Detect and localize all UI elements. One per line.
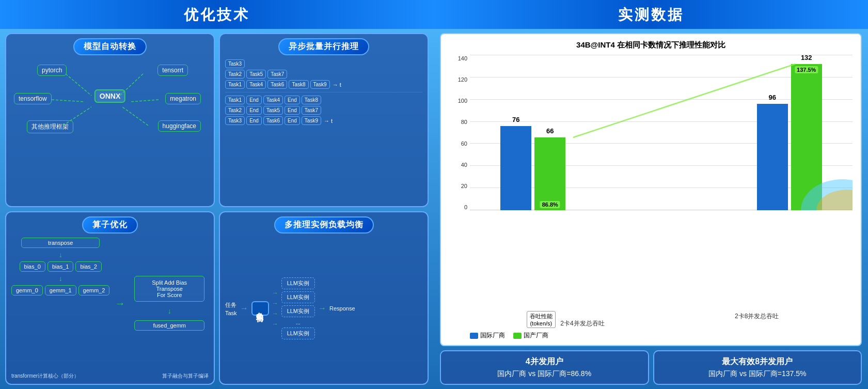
op-node-gemm1: gemm_1 [45, 285, 76, 295]
bar-green-1: 66 86.8% [534, 137, 565, 210]
task-box: Task1 [225, 80, 245, 89]
info-card-1-title: 4并发用户 [449, 356, 640, 367]
x-labels: 吞吐性能(token/s) 2卡4并发总吞吐 2卡8并发总吞吐 [449, 311, 853, 328]
lb-inner: 任务 Task → 负 载 均 衡 → → [225, 238, 422, 380]
node-huggingface: huggingface [158, 120, 201, 132]
bar-blue-2: 96 [757, 104, 788, 210]
lb-arrow4: → [272, 310, 278, 317]
left-panel: 优化技术 模型自动转换 pytorch tensorrt tensorflow … [0, 0, 434, 389]
task-box: Task9 [310, 80, 330, 89]
task-box: Task8 [289, 80, 308, 89]
lb-center-box: 负 载 均 衡 [251, 301, 269, 316]
pct-label-1375: 137.5% [795, 66, 818, 73]
async-inner: Task3 Task2 Task5 Task7 Task1 Task4 Task… [225, 59, 422, 125]
task-box: Task2 [225, 106, 245, 115]
bar-green-2: 132 137.5% [791, 64, 822, 210]
llm-box-3: LLM实例 [281, 305, 315, 317]
t-arrow: → t [324, 118, 333, 124]
task-row-2: Task2 Task5 Task7 [225, 70, 422, 79]
svg-line-2 [52, 100, 85, 102]
y-label-20: 20 [449, 183, 467, 189]
card-model-convert: 模型自动转换 pytorch tensorrt tensorflow ONNX … [5, 33, 215, 207]
bar-val-76: 76 [500, 116, 531, 123]
left-content: 模型自动转换 pytorch tensorrt tensorflow ONNX … [0, 29, 434, 389]
op-node-bias0: bias_0 [20, 261, 45, 272]
bar-val-96: 96 [757, 94, 788, 101]
x-group-2: 2卡8并发总吞吐 [661, 311, 853, 328]
chart-title: 34B@INT4 在相同卡数情况下推理性能对比 [449, 40, 853, 50]
task-box: Task1 [225, 96, 245, 104]
chart-legend: 国际厂商 国产厂商 [449, 331, 853, 340]
bars-group-1: 76 66 86.8% [500, 126, 565, 210]
bar-val-66: 66 [534, 127, 565, 135]
bar-val-132: 132 [791, 54, 822, 61]
svg-line-3 [130, 100, 159, 102]
lb-response: Response [329, 305, 355, 312]
legend-label-intl: 国际厂商 [480, 331, 505, 340]
task-box: Task4 [263, 96, 283, 104]
svg-line-5 [122, 107, 148, 126]
task-box: Task7 [302, 106, 321, 115]
card-load-balance: 多推理实例负载均衡 任务 Task → 负 载 均 衡 [219, 211, 429, 385]
task-row-4: Task1 End Task4 End Task8 [225, 96, 422, 104]
right-title: 实测数据 [618, 7, 684, 23]
bar-fill-blue-1 [500, 126, 531, 210]
task-box: End [285, 96, 300, 104]
task-box: Task7 [267, 70, 287, 79]
node-tensorrt: tensorrt [157, 65, 188, 76]
task-box: Task2 [225, 70, 245, 79]
bar-fill-green-2: 137.5% [791, 64, 822, 210]
y-label-0: 0 [449, 204, 467, 210]
info-card-2: 最大有效8并发用户 国内厂商 vs 国际厂商=137.5% [653, 350, 862, 385]
task-box: End [246, 96, 262, 104]
bottom-cards: 4并发用户 国内厂商 vs 国际厂商=86.8% 最大有效8并发用户 国内厂商 … [440, 350, 862, 385]
op-bottom-left: transformer计算核心（部分） [11, 372, 79, 380]
node-onnx: ONNX [94, 89, 125, 103]
legend-domestic: 国产厂商 [513, 331, 548, 340]
card-model-convert-title: 模型自动转换 [73, 38, 147, 55]
task-box: Task5 [246, 70, 266, 79]
y-label-80: 80 [449, 119, 467, 125]
op-node-gemm2: gemm_2 [78, 285, 110, 295]
x-group-1: 吞吐性能(token/s) 2卡4并发总吞吐 [470, 311, 661, 328]
node-other: 其他推理框架 [27, 120, 73, 133]
bar-fill-green-1: 86.8% [534, 137, 565, 210]
task-box: Task8 [302, 96, 321, 104]
task-box: Task6 [267, 80, 287, 89]
x-label-8batch: 2卡8并发总吞吐 [735, 313, 779, 320]
card-async-batch: 异步批量并行推理 Task3 Task2 Task5 Task7 Task1 T… [219, 33, 429, 207]
card-lb-title: 多推理实例负载均衡 [274, 216, 374, 234]
lb-center-label4: 衡 [256, 309, 265, 310]
lb-arrows-col: → → → → [272, 289, 278, 328]
op-arrow-right: → [115, 238, 125, 370]
right-content: 34B@INT4 在相同卡数情况下推理性能对比 0 20 40 60 80 10… [434, 29, 868, 389]
lb-arrow1: → [240, 304, 248, 313]
bar-fill-blue-2 [757, 104, 788, 210]
task-box: End [285, 106, 300, 115]
x-label-token: 吞吐性能(token/s) [527, 311, 556, 328]
right-header: 实测数据 [434, 0, 868, 29]
task-row-5: Task2 End Task5 End Task7 [225, 106, 422, 115]
op-row-bias: bias_0 bias_1 bias_2 [20, 261, 102, 272]
section-divider [225, 92, 422, 92]
lb-task-section: 任务 Task [225, 301, 237, 316]
card-op-title: 算子优化 [82, 216, 138, 234]
info-card-1: 4并发用户 国内厂商 vs 国际厂商=86.8% [440, 350, 649, 385]
legend-color-dom [513, 333, 522, 339]
pct-label-868: 86.8% [540, 201, 560, 208]
op-node-gemm0: gemm_0 [11, 285, 43, 295]
task-row-1: Task3 [225, 59, 422, 68]
left-header: 优化技术 [0, 0, 434, 29]
lb-arrow-resp: → [318, 304, 326, 313]
task-box: End [285, 116, 300, 125]
op-node-fused-gemm: fused_gemm [134, 320, 204, 331]
arrow-down-1: ↓ [59, 251, 62, 259]
t-arrow: → t [333, 82, 341, 88]
y-label-140: 140 [449, 55, 467, 61]
op-bottom-right: 算子融合与算子编译 [162, 372, 209, 380]
op-node-bias2: bias_2 [75, 261, 101, 272]
chart-container: 34B@INT4 在相同卡数情况下推理性能对比 0 20 40 60 80 10… [440, 33, 862, 346]
task-box: Task3 [225, 116, 245, 125]
task-box: End [246, 116, 262, 125]
card-async-title: 异步批量并行推理 [278, 38, 369, 55]
